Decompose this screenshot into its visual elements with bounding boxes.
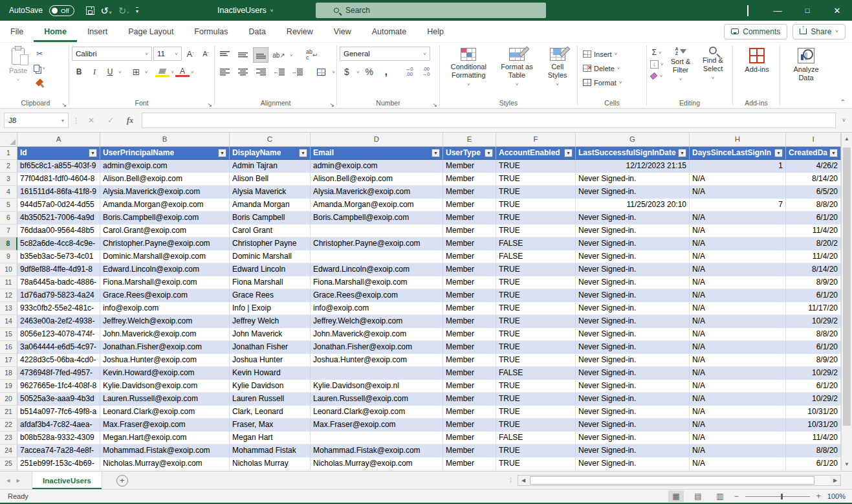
cell[interactable]: Nicholas.Murray@exoip.com: [311, 457, 443, 470]
cell[interactable]: 6/1/20: [786, 380, 841, 393]
maximize-button[interactable]: □: [792, 6, 822, 14]
cell[interactable]: 2463e00a-2ef2-4938-: [17, 315, 100, 328]
customize-quick-access-toolbar-icon[interactable]: ▾: [136, 7, 138, 14]
cell[interactable]: Kevin Howard: [230, 367, 311, 380]
cell[interactable]: Never Signed-in.: [576, 328, 690, 341]
filter-dropdown-icon[interactable]: ▼: [678, 149, 686, 157]
cell[interactable]: admin@exoip.com: [311, 160, 443, 173]
accounting-format-button[interactable]: $: [340, 65, 354, 79]
cell[interactable]: Member: [443, 289, 496, 302]
autosave-toggle[interactable]: Off: [49, 5, 74, 16]
cell[interactable]: Max.Fraser@exoip.com: [311, 419, 443, 432]
cell[interactable]: 8/8/20: [786, 199, 841, 212]
cell[interactable]: b35eb3ac-5e73-4c01: [17, 250, 100, 263]
cell[interactable]: Member: [443, 186, 496, 199]
minimize-button[interactable]: —: [763, 6, 792, 16]
cell[interactable]: N/A: [690, 276, 786, 289]
cell[interactable]: N/A: [690, 212, 786, 225]
row-header[interactable]: 21: [0, 406, 17, 419]
column-header-cell[interactable]: Id▼: [17, 147, 100, 160]
cell[interactable]: TRUE: [496, 276, 576, 289]
cell[interactable]: b514a097-7fc6-49f8-a: [17, 406, 100, 419]
formula-bar-splitter[interactable]: ⋮: [72, 116, 80, 125]
zoom-out-button[interactable]: −: [734, 492, 739, 501]
cell[interactable]: Member: [443, 237, 496, 250]
cell[interactable]: Member: [443, 457, 496, 470]
autosum-button[interactable]: Σ˅: [650, 47, 664, 58]
cell[interactable]: Edward.Lincoln@exoip.com: [100, 263, 230, 276]
cell[interactable]: Kevin.Howard@exoip.com: [100, 367, 230, 380]
column-header-B[interactable]: B: [100, 133, 230, 147]
cell[interactable]: 6/1/20: [786, 212, 841, 225]
copy-button[interactable]: ˅: [32, 61, 47, 75]
cell[interactable]: Never Signed-in.: [576, 186, 690, 199]
font-size-select[interactable]: 11˅: [153, 47, 182, 61]
document-title[interactable]: InactiveUsers ˅: [217, 6, 273, 15]
cell[interactable]: Megan Hart: [230, 432, 311, 444]
cell[interactable]: 5c82a6de-4cc8-4c9e-: [17, 237, 100, 250]
scroll-right-arrow[interactable]: ▶: [830, 477, 840, 483]
cell[interactable]: TRUE: [496, 289, 576, 302]
cell[interactable]: John.Maverick@exoip.com: [311, 328, 443, 341]
cell[interactable]: Member: [443, 263, 496, 276]
new-sheet-button[interactable]: +: [116, 475, 128, 487]
cell[interactable]: Never Signed-in.: [576, 432, 690, 444]
format-as-table-button[interactable]: Format as Table ˅: [496, 45, 538, 90]
row-header[interactable]: 11: [0, 276, 17, 289]
align-left-button[interactable]: [217, 65, 232, 79]
cell[interactable]: 4228d3c5-06ba-4cd0-: [17, 354, 100, 367]
cell[interactable]: Alison.Bell@exoip.com: [311, 173, 443, 186]
cell[interactable]: N/A: [690, 315, 786, 328]
zoom-in-button[interactable]: +: [816, 492, 821, 501]
cell[interactable]: Leonard.Clark@exoip.com: [311, 406, 443, 419]
merge-center-chevron-icon[interactable]: ˅: [332, 69, 335, 75]
column-header-cell[interactable]: LastSuccessfulSignInDate▼: [576, 147, 690, 160]
cell[interactable]: 11/4/20: [786, 250, 841, 263]
bold-button[interactable]: B: [72, 65, 86, 79]
column-header-cell[interactable]: Email▼: [311, 147, 443, 160]
cell[interactable]: TRUE: [496, 380, 576, 393]
zoom-slider-thumb[interactable]: [781, 494, 783, 499]
cell[interactable]: Member: [443, 432, 496, 444]
row-header[interactable]: 20: [0, 393, 17, 406]
clipboard-dialog-launcher[interactable]: ↘: [61, 102, 67, 108]
cell[interactable]: 11/25/2023 20:10: [576, 199, 690, 212]
cell[interactable]: N/A: [690, 406, 786, 419]
filter-dropdown-icon[interactable]: ▼: [299, 149, 307, 157]
cell[interactable]: TRUE: [496, 160, 576, 173]
alignment-dialog-launcher[interactable]: ↘: [329, 102, 334, 108]
cell[interactable]: Never Signed-in.: [576, 173, 690, 186]
cell[interactable]: FALSE: [496, 237, 576, 250]
cell[interactable]: Dominic Marshall: [230, 250, 311, 263]
cell[interactable]: Christopher Payne: [230, 237, 311, 250]
row-header[interactable]: 3: [0, 173, 17, 186]
cell[interactable]: N/A: [690, 237, 786, 250]
column-header-G[interactable]: G: [576, 133, 690, 147]
insert-function-button[interactable]: fx: [122, 116, 138, 126]
cell[interactable]: [311, 250, 443, 263]
find-select-button[interactable]: Find & Select ˅: [697, 45, 728, 83]
cell[interactable]: admin@exoip.com: [100, 160, 230, 173]
cell[interactable]: Jonathan.Fisher@exoip.com: [311, 341, 443, 354]
cell[interactable]: Clark, Leonard: [230, 406, 311, 419]
cell[interactable]: John Maverick: [230, 328, 311, 341]
cell[interactable]: 10/29/2: [786, 315, 841, 328]
cell[interactable]: Joshua Hunter: [230, 354, 311, 367]
column-header-cell[interactable]: DaysSinceLastSignIn▼: [690, 147, 786, 160]
cell[interactable]: TRUE: [496, 328, 576, 341]
cell[interactable]: [311, 432, 443, 444]
page-layout-view-button[interactable]: ▤: [690, 490, 706, 502]
row-header[interactable]: 12: [0, 289, 17, 302]
filter-dropdown-icon[interactable]: ▼: [89, 149, 97, 157]
ribbon-tab-view[interactable]: View: [323, 21, 362, 42]
cell[interactable]: Never Signed-in.: [576, 263, 690, 276]
font-color-chevron-icon[interactable]: ˅: [191, 69, 194, 75]
cell[interactable]: Dominic.Marshall@exoip.com: [100, 250, 230, 263]
cell[interactable]: Member: [443, 328, 496, 341]
cell[interactable]: Amanda Morgan: [230, 199, 311, 212]
cell[interactable]: 4736948f-7fed-4957-: [17, 367, 100, 380]
orientation-chevron-icon[interactable]: ˅: [290, 52, 293, 58]
ribbon-tab-home[interactable]: Home: [34, 21, 77, 42]
cell[interactable]: Edward Lincoln: [230, 263, 311, 276]
cell[interactable]: 8/9/20: [786, 276, 841, 289]
